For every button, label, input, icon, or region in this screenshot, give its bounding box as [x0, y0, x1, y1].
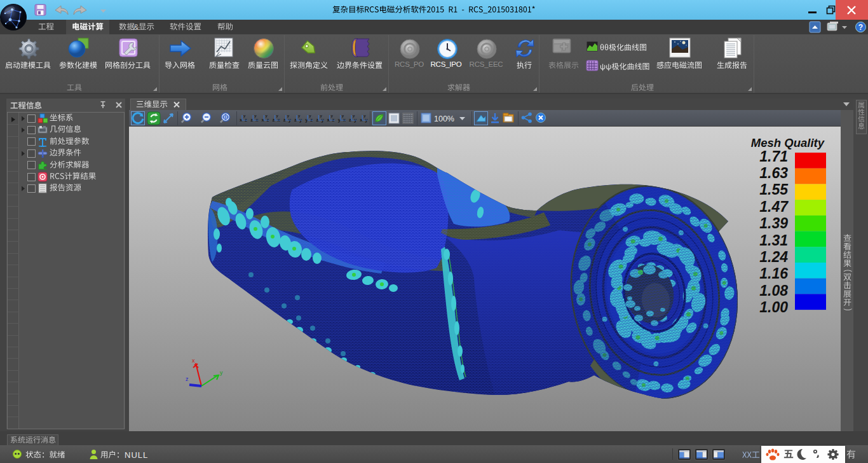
svg-text:1.16: 1.16	[759, 265, 788, 282]
svg-text:1.00: 1.00	[759, 299, 788, 315]
svg-text:1.71: 1.71	[759, 148, 788, 165]
svg-text:1.63: 1.63	[759, 165, 788, 181]
svg-text:1.39: 1.39	[759, 215, 788, 232]
svg-text:1.47: 1.47	[759, 198, 789, 215]
svg-text:z: z	[250, 117, 253, 123]
svg-text:y: y	[220, 370, 223, 376]
svg-text:1.08: 1.08	[759, 282, 788, 299]
svg-text:z: z	[273, 117, 275, 123]
svg-text:1.24: 1.24	[759, 249, 788, 265]
svg-text:1.31: 1.31	[759, 232, 788, 249]
svg-text:z: z	[294, 117, 297, 123]
svg-text:x: x	[192, 357, 195, 364]
svg-text:z: z	[283, 117, 286, 123]
svg-text:z: z	[186, 376, 189, 382]
svg-text:100%: 100%	[434, 114, 454, 123]
svg-text:z: z	[316, 117, 318, 123]
svg-text:1.55: 1.55	[759, 181, 789, 198]
